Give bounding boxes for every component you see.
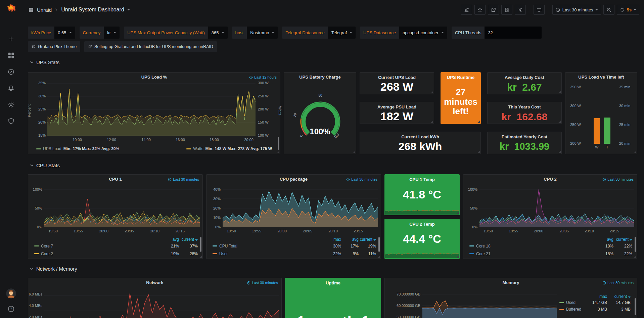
time-override: Last 30 minutes [247,281,278,285]
dashboards-grid-icon[interactable] [7,52,15,59]
panel-current-ups-load: Current UPS Load 268 W [360,72,434,94]
cpu-package-chart[interactable] [223,189,378,227]
server-admin-shield-icon[interactable] [7,118,15,125]
add-icon[interactable] [7,35,15,43]
panel-current-load-kwh: Current Load kWh 268 kWh [360,132,481,154]
configuration-gear-icon[interactable] [7,101,15,108]
panel-cpu2-graph: CPU 2 Last 30 minutes 100% 50% 0% 19:50 … [463,174,637,259]
legend-scrollbar[interactable] [278,137,279,150]
svg-text:?: ? [10,307,12,311]
panel-title[interactable]: This Years Cost [508,104,541,109]
tv-kiosk-button[interactable] [534,5,545,15]
stat-value: kr 1033.99 [500,139,549,154]
zoom-out-button[interactable] [603,5,614,15]
time-override: Last 30 minutes [168,177,199,181]
stat-value: 44.4 °C [403,227,441,251]
panel-title[interactable]: CPU 1 Temp [409,177,435,182]
clock-icon [602,281,606,285]
time-caret-icon [595,9,598,10]
variable-ups-max-power: UPS Max Output Power Capacity (Watt) 865 [124,27,227,39]
variable-currency: Currency kr [80,27,120,39]
ups-load-chart[interactable] [47,83,256,136]
panel-average-daily-cost: Average Daily Cost kr 2.67 [487,72,562,94]
variable-value-dropdown[interactable]: kr [104,27,120,39]
variable-value-dropdown[interactable]: apcupsd-container [399,27,447,39]
variable-value-dropdown[interactable]: 0.65 [54,27,75,39]
series-dash [469,253,474,254]
stat-value: 1 month 1 [296,285,369,318]
legend-scrollbar[interactable] [200,237,201,252]
variable-label: kWh Price [28,27,54,39]
navbar-actions: Last 30 minutes 5s [461,5,639,15]
panel-title[interactable]: Estimated Yearly Cost [502,134,547,139]
panel-title[interactable]: Average PSU Load [377,104,416,109]
row-header-cpu-stats[interactable]: CPU Stats [30,162,60,169]
memory-chart[interactable] [422,289,557,318]
cpu-threads-input[interactable] [485,27,542,39]
legend-row: Core 21 18% 22% [469,250,632,258]
panel-title[interactable]: UPS Battery Charge [284,75,356,80]
chevron-down-icon [30,163,34,168]
series-dash [469,245,474,246]
gauge-value: 100% [284,127,356,136]
panel-title[interactable]: UPS Load % [28,75,280,80]
time-picker-button[interactable]: Last 30 minutes [552,5,601,15]
alerting-bell-icon[interactable] [7,85,15,92]
title-caret-icon[interactable] [127,9,130,10]
variable-value-dropdown[interactable]: 865 [208,27,228,39]
network-chart[interactable] [44,289,279,318]
cpu2-chart[interactable] [479,189,634,227]
breadcrumb-folder[interactable]: Unraid [37,7,52,13]
variable-value-dropdown[interactable]: Nostromo [247,27,278,39]
panel-ups-runtime: UPS Runtime 27 minutes left! [441,72,481,124]
legend-scrollbar[interactable] [635,237,636,252]
panel-cpu2-temp: CPU 2 Temp 44.4 °C [384,219,460,259]
panel-title[interactable]: Average Daily Cost [505,75,544,80]
panel-title[interactable]: Current Load kWh [401,134,439,139]
dashboard-link-ups-guide[interactable]: Setting up Grafana and InfluxDB for UPS … [84,41,217,52]
panel-title[interactable]: Network [28,280,281,285]
star-button[interactable] [474,5,486,15]
panel-cpu-package-graph: CPU package Last 30 minutes 40% 30% 20% … [206,174,381,259]
panel-title[interactable]: CPU 2 Temp [409,222,435,227]
stat-value: 27 minutes left! [441,80,480,124]
legend-scrollbar[interactable] [378,237,380,252]
row-header-ups-stats[interactable]: UPS Stats [30,58,59,66]
panel-title[interactable]: Uptime [326,280,340,285]
explore-compass-icon[interactable] [7,68,15,76]
series-name[interactable]: Watts [193,146,203,151]
cpu2-temp-sparkline [385,248,459,258]
add-panel-button[interactable] [461,5,472,15]
variable-value-dropdown[interactable]: Telegraf [328,27,356,39]
legend-row: Buffered 3 MB 3 MB [559,306,631,313]
series-dash [34,245,39,246]
panel-title[interactable]: Memory [385,280,637,285]
panel-memory-graph: Memory Last 30 minutes 70.000000 GB 60.0… [384,278,637,318]
legend-row: User 22% 9% 11% [213,250,376,258]
help-icon[interactable]: ? [7,305,15,313]
panel-title[interactable]: Current UPS Load [378,75,416,80]
panel-title[interactable]: UPS Load vs Time left [565,75,637,80]
time-range-label: Last 30 minutes [562,7,593,12]
grafana-logo[interactable] [5,3,17,16]
bar-gauge-plot[interactable] [583,87,616,144]
bar-time-left [604,118,610,144]
legend-scrollbar[interactable] [635,298,636,315]
panel-title[interactable]: UPS Runtime [447,75,474,80]
user-avatar[interactable] [6,288,16,299]
refresh-button[interactable]: 5s [617,5,639,15]
save-button[interactable] [501,5,512,15]
variable-label: UPS Max Output Power Capacity (Watt) [124,27,208,39]
dashboard-link-plex-theme[interactable]: Grafana Plex Theme [28,41,80,52]
share-button[interactable] [488,5,499,15]
dashboard-settings-button[interactable] [515,5,526,15]
panel-ups-load-graph: UPS Load % Last 12 hours Percent Watts 3… [28,72,280,154]
series-name[interactable]: UPS Load [43,146,61,151]
page-title[interactable]: Unraid System Dashboard [61,7,124,13]
row-header-network-memory[interactable]: Network / Memory [30,265,77,272]
clock-icon [346,178,350,181]
cpu1-chart[interactable] [44,189,200,227]
panel-uptime: Uptime 1 month 1 [285,278,381,318]
stat-value: 41.8 °C [403,182,441,208]
panel-cpu1-temp: CPU 1 Temp 41.8 °C [384,174,460,215]
